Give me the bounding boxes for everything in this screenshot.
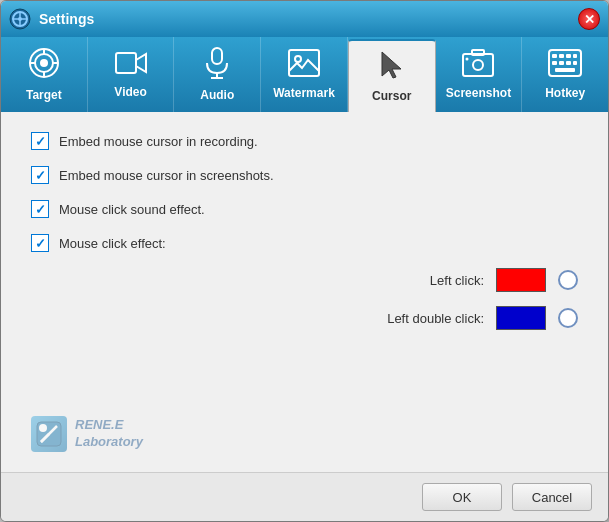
- checkbox-sound-effect[interactable]: [31, 200, 49, 218]
- screenshot-label: Screenshot: [446, 86, 511, 100]
- svg-rect-25: [566, 54, 571, 58]
- svg-rect-24: [559, 54, 564, 58]
- hotkey-label: Hotkey: [545, 86, 585, 100]
- ok-button[interactable]: OK: [422, 483, 502, 511]
- tab-hotkey[interactable]: Hotkey: [522, 37, 608, 112]
- tab-audio[interactable]: Audio: [174, 37, 261, 112]
- color-row-left-double-click: Left double click:: [61, 306, 578, 330]
- content-area: Embed mouse cursor in recording. Embed m…: [1, 112, 608, 472]
- svg-rect-23: [552, 54, 557, 58]
- checkbox-embed-recording-label: Embed mouse cursor in recording.: [59, 134, 258, 149]
- target-icon: [28, 47, 60, 84]
- svg-point-21: [466, 58, 469, 61]
- checkbox-row-embed-screenshots: Embed mouse cursor in screenshots.: [31, 166, 578, 184]
- svg-rect-12: [212, 48, 222, 64]
- left-click-color-swatch[interactable]: [496, 268, 546, 292]
- checkbox-click-effect-label: Mouse click effect:: [59, 236, 166, 251]
- svg-point-16: [295, 56, 301, 62]
- watermark-logo-icon: [31, 416, 67, 452]
- footer: OK Cancel: [1, 472, 608, 521]
- checkbox-row-embed-recording: Embed mouse cursor in recording.: [31, 132, 578, 150]
- svg-rect-10: [116, 53, 136, 73]
- audio-icon: [204, 47, 230, 84]
- svg-point-19: [473, 60, 483, 70]
- svg-point-5: [40, 59, 48, 67]
- left-click-label: Left click:: [364, 273, 484, 288]
- hotkey-icon: [548, 49, 582, 82]
- audio-label: Audio: [200, 88, 234, 102]
- watermark-icon: [288, 49, 320, 82]
- watermark-label: Watermark: [273, 86, 335, 100]
- left-double-click-label: Left double click:: [364, 311, 484, 326]
- left-double-click-color-swatch[interactable]: [496, 306, 546, 330]
- svg-rect-28: [559, 61, 564, 65]
- svg-rect-15: [289, 50, 319, 76]
- svg-point-34: [39, 424, 47, 432]
- close-button[interactable]: ✕: [578, 8, 600, 30]
- svg-rect-30: [573, 61, 577, 65]
- checkbox-row-sound-effect: Mouse click sound effect.: [31, 200, 578, 218]
- screenshot-icon: [462, 49, 494, 82]
- checkbox-embed-recording[interactable]: [31, 132, 49, 150]
- title-bar: Settings ✕: [1, 1, 608, 37]
- svg-marker-11: [136, 54, 146, 72]
- svg-rect-31: [555, 68, 575, 72]
- svg-marker-17: [382, 52, 401, 78]
- checkbox-click-effect[interactable]: [31, 234, 49, 252]
- tab-screenshot[interactable]: Screenshot: [436, 37, 523, 112]
- svg-rect-20: [472, 50, 484, 55]
- checkbox-embed-screenshots-label: Embed mouse cursor in screenshots.: [59, 168, 274, 183]
- checkbox-row-click-effect: Mouse click effect:: [31, 234, 578, 252]
- svg-rect-26: [573, 54, 577, 58]
- window-title: Settings: [39, 11, 578, 27]
- tab-bar: Target Video Audio: [1, 37, 608, 112]
- svg-rect-27: [552, 61, 557, 65]
- settings-window: Settings ✕ Target: [0, 0, 609, 522]
- tab-video[interactable]: Video: [88, 37, 175, 112]
- svg-point-2: [18, 17, 22, 21]
- cancel-button[interactable]: Cancel: [512, 483, 592, 511]
- watermark-brand-text: RENE.ELaboratory: [75, 417, 143, 451]
- video-label: Video: [114, 85, 146, 99]
- cursor-label: Cursor: [372, 89, 411, 103]
- svg-rect-18: [463, 54, 493, 76]
- left-click-radio[interactable]: [558, 270, 578, 290]
- tab-cursor[interactable]: Cursor: [348, 39, 436, 112]
- checkbox-sound-effect-label: Mouse click sound effect.: [59, 202, 205, 217]
- video-icon: [115, 50, 147, 81]
- color-row-left-click: Left click:: [61, 268, 578, 292]
- tab-target[interactable]: Target: [1, 37, 88, 112]
- tab-watermark[interactable]: Watermark: [261, 37, 348, 112]
- watermark-area: RENE.ELaboratory: [31, 416, 578, 452]
- checkbox-embed-screenshots[interactable]: [31, 166, 49, 184]
- app-icon: [9, 8, 31, 30]
- color-section: Left click: Left double click:: [61, 268, 578, 330]
- cursor-icon: [379, 50, 405, 85]
- svg-rect-29: [566, 61, 571, 65]
- left-double-click-radio[interactable]: [558, 308, 578, 328]
- target-label: Target: [26, 88, 62, 102]
